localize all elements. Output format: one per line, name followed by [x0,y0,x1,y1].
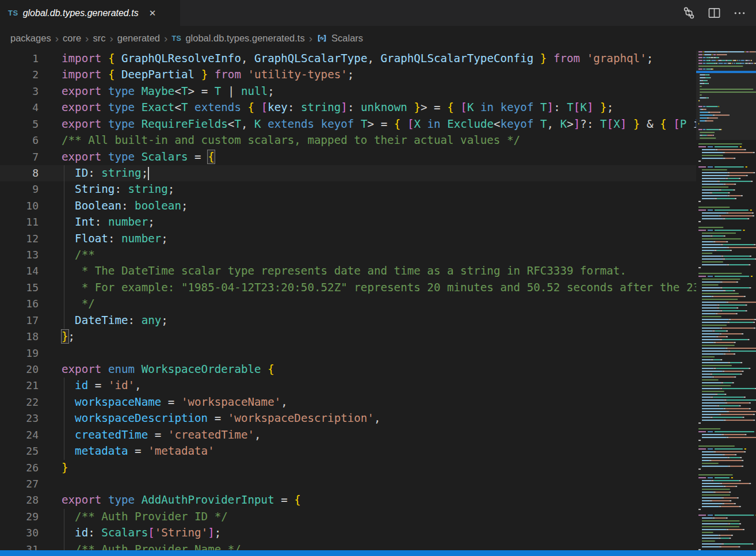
line-number: 11 [0,214,39,230]
breadcrumb-label: global.db.types.generated.ts [185,33,304,44]
code-line[interactable]: 21 id = 'id', [0,378,756,394]
typescript-file-icon: TS [8,9,18,17]
code-line[interactable]: 3export type Maybe<T> = T | null; [0,83,756,100]
code-line[interactable]: 5export type RequireFields<T, K extends … [0,116,756,132]
code-text: export type Exact<T extends { [key: stri… [62,100,613,116]
code-line[interactable]: 22 workspaceName = 'workspaceName', [0,394,756,410]
breadcrumb-separator-icon: › [164,33,167,44]
minimap[interactable] [696,51,756,556]
line-number: 30 [0,525,39,541]
text-cursor [148,167,149,180]
code-text: Int: number; [62,214,155,230]
tab-global-db-types-generated[interactable]: TS global.db.types.generated.ts ✕ [0,0,180,26]
code-line[interactable]: 8 ID: string; [0,165,756,181]
breadcrumb-label: src [93,33,105,44]
code-line[interactable]: 2import { DeepPartial } from 'utility-ty… [0,67,756,83]
code-text: Boolean: boolean; [62,198,188,214]
more-actions-icon[interactable] [731,5,748,22]
code-line[interactable]: 10 Boolean: boolean; [0,198,756,214]
line-number: 6 [0,132,39,148]
line-number: 9 [0,181,39,197]
breadcrumb-label: packages [10,33,51,44]
typescript-file-icon: TS [171,35,181,43]
breadcrumb-item-packages[interactable]: packages [10,33,51,44]
code-line[interactable]: 17 DateTime: any; [0,313,756,329]
code-line[interactable]: 30 id: Scalars['String']; [0,525,756,541]
code-text: DateTime: any; [62,313,168,329]
code-text: workspaceName = 'workspaceName', [62,394,288,410]
line-number: 10 [0,198,39,214]
open-changes-icon[interactable] [680,5,697,22]
breadcrumb-item-generated[interactable]: generated [117,33,160,44]
code-text: id: Scalars['String']; [62,525,221,541]
code-line[interactable]: 4export type Exact<T extends { [key: str… [0,100,756,116]
code-text: import { GraphQLResolveInfo, GraphQLScal… [62,51,653,67]
code-line[interactable]: 27 [0,476,756,492]
breadcrumb-label: generated [117,33,160,44]
code-line[interactable]: 9 String: string; [0,181,756,197]
code-line[interactable]: 18}; [0,329,756,345]
code-line[interactable]: 19 [0,345,756,361]
code-text: String: string; [62,181,174,197]
line-number: 5 [0,116,39,132]
code-text: createdTime = 'createdTime', [62,427,261,443]
code-line[interactable]: 7export type Scalars = { [0,149,756,165]
line-number: 25 [0,443,39,459]
line-number: 24 [0,427,39,443]
code-line[interactable]: 24 createdTime = 'createdTime', [0,427,756,443]
breadcrumb-separator-icon: › [85,33,89,44]
code-text: * For example: "1985-04-12T23:20:50.52Z"… [62,280,700,296]
code-line[interactable]: 29 /** Auth Provider ID */ [0,509,756,525]
line-number: 14 [0,263,39,279]
code-line[interactable]: 15 * For example: "1985-04-12T23:20:50.5… [0,280,756,296]
code-line[interactable]: 14 * The DateTime scalar type represents… [0,263,756,279]
code-text: export type AddAuthProviderInput = { [62,492,301,508]
breadcrumb: packages›core›src›generated›TSglobal.db.… [0,26,756,51]
code-text: Float: number; [62,231,168,247]
line-number: 2 [0,67,39,83]
line-number: 28 [0,492,39,508]
code-text: ID: string; [62,165,148,181]
line-number: 20 [0,361,39,378]
breadcrumb-item-global-db-types-generated-ts[interactable]: TSglobal.db.types.generated.ts [171,33,304,44]
code-line[interactable]: 20export enum WorkspaceOrderable { [0,361,756,378]
breadcrumb-label: Scalars [331,33,363,44]
line-number: 15 [0,280,39,296]
line-number: 17 [0,313,39,329]
code-line[interactable]: 12 Float: number; [0,231,756,247]
code-text: /** All built-in and custom scalars, map… [62,132,520,148]
code-text: metadata = 'metadata' [62,443,215,459]
code-line[interactable]: 1import { GraphQLResolveInfo, GraphQLSca… [0,51,756,67]
status-bar-top-edge [0,550,756,556]
code-line[interactable]: 11 Int: number; [0,214,756,230]
split-editor-icon[interactable] [705,5,723,22]
line-number: 22 [0,394,39,410]
line-number: 16 [0,296,39,312]
breadcrumb-item-src[interactable]: src [93,33,105,44]
line-number: 7 [0,149,39,165]
code-line[interactable]: 28export type AddAuthProviderInput = { [0,492,756,508]
code-line[interactable]: 6/** All built-in and custom scalars, ma… [0,132,756,148]
line-number: 13 [0,247,39,263]
code-line[interactable]: 25 metadata = 'metadata' [0,443,756,459]
breadcrumb-label: core [63,33,81,44]
close-tab-icon[interactable]: ✕ [147,7,159,20]
breadcrumb-item-core[interactable]: core [63,33,81,44]
code-text: export type Maybe<T> = T | null; [62,83,274,100]
line-number: 26 [0,460,39,476]
line-number: 8 [0,165,39,181]
tab-title: global.db.types.generated.ts [23,8,139,18]
code-line[interactable]: 16 */ [0,296,756,312]
breadcrumb-item-scalars[interactable]: Scalars [316,33,363,44]
code-lines: 1import { GraphQLResolveInfo, GraphQLSca… [0,51,756,556]
line-number: 27 [0,476,39,492]
symbol-type-icon [316,33,327,44]
line-number: 12 [0,231,39,247]
code-line[interactable]: 26} [0,460,756,476]
code-line[interactable]: 23 workspaceDescription = 'workspaceDesc… [0,410,756,426]
code-editor[interactable]: 1import { GraphQLResolveInfo, GraphQLSca… [0,51,756,556]
line-number: 29 [0,509,39,525]
line-number: 23 [0,410,39,426]
code-line[interactable]: 13 /** [0,247,756,263]
code-text: export type Scalars = { [62,149,215,165]
